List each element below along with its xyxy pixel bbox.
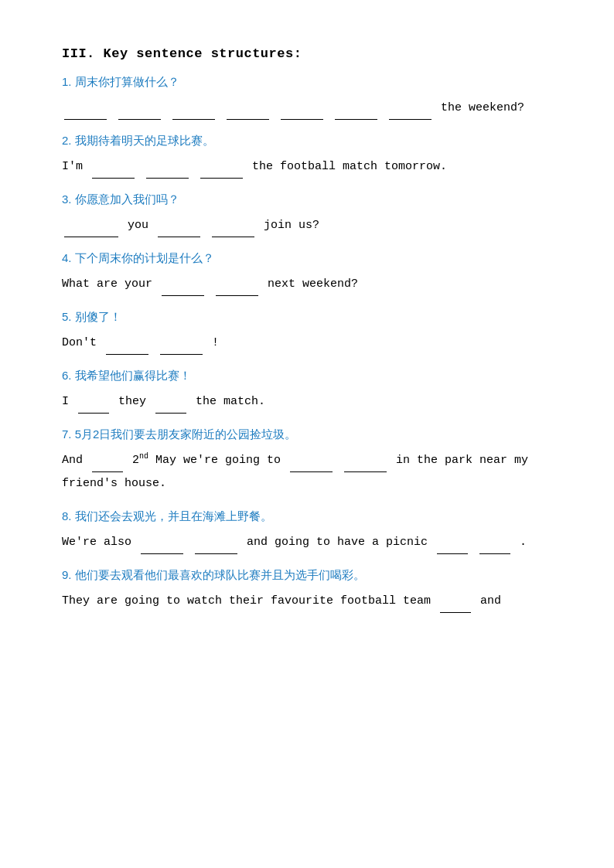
fill-blank	[158, 213, 200, 237]
fill-blank	[290, 448, 333, 472]
question-block-9: 9. 他们要去观看他们最喜欢的球队比赛并且为选手们喝彩。They are goi…	[62, 568, 552, 613]
question-chinese-7: 7. 5月2日我们要去朋友家附近的公园捡垃圾。	[62, 427, 552, 442]
section-title: III. Key sentence structures:	[62, 46, 552, 61]
question-english-9: They are going to watch their favourite …	[62, 589, 552, 613]
question-block-3: 3. 你愿意加入我们吗？ you join us?	[62, 192, 552, 237]
fill-blank	[141, 530, 183, 554]
fill-blank	[64, 96, 107, 120]
question-english-8: We're also and going to have a picnic .	[62, 530, 552, 554]
text-span: And	[62, 454, 90, 467]
text-span: next weekend?	[261, 277, 358, 291]
fill-blank	[195, 530, 237, 554]
fill-blank	[344, 448, 387, 472]
fill-blank	[335, 96, 377, 120]
text-span: and going to have a picnic	[240, 536, 435, 549]
fill-blank	[146, 155, 189, 179]
text-span: I'm	[62, 160, 90, 173]
questions-container: 1. 周末你打算做什么？ the weekend?2. 我期待着明天的足球比赛。…	[62, 75, 552, 613]
text-span: the weekend?	[434, 101, 524, 114]
text-span: you	[121, 219, 155, 232]
fill-blank	[160, 331, 203, 355]
question-english-2: I'm the football match tomorrow.	[62, 155, 552, 179]
question-english-6: I they the match.	[62, 390, 552, 414]
fill-blank	[118, 96, 161, 120]
question-block-8: 8. 我们还会去观光，并且在海滩上野餐。We're also and going…	[62, 509, 552, 554]
fill-blank	[216, 272, 258, 296]
text-span: the match.	[189, 395, 265, 408]
text-span: and	[473, 594, 501, 608]
question-chinese-6: 6. 我希望他们赢得比赛！	[62, 369, 552, 383]
question-chinese-8: 8. 我们还会去观光，并且在海滩上野餐。	[62, 509, 552, 524]
text-span: May we're going to	[148, 454, 288, 467]
fill-blank	[281, 96, 323, 120]
text-span: Don't	[62, 336, 104, 349]
question-block-4: 4. 下个周末你的计划是什么？What are your next weeken…	[62, 251, 552, 296]
fill-blank-short	[155, 390, 186, 414]
question-chinese-1: 1. 周末你打算做什么？	[62, 75, 552, 90]
text-span: they	[111, 395, 153, 408]
fill-blank-short	[437, 530, 468, 554]
text-span: join us?	[257, 219, 319, 232]
text-span: .	[513, 536, 527, 549]
fill-blank-short	[92, 448, 123, 472]
text-span: the football match tomorrow.	[245, 160, 447, 173]
fill-blank-short	[440, 589, 471, 613]
text-span: They are going to watch their favourite …	[62, 594, 438, 608]
text-span: !	[205, 336, 219, 349]
question-chinese-4: 4. 下个周末你的计划是什么？	[62, 251, 552, 266]
question-block-7: 7. 5月2日我们要去朋友家附近的公园捡垃圾。And 2nd May we're…	[62, 427, 552, 495]
text-span: I	[62, 395, 76, 408]
question-chinese-5: 5. 别傻了！	[62, 310, 552, 325]
text-span	[470, 536, 477, 549]
question-block-2: 2. 我期待着明天的足球比赛。I'm the football match to…	[62, 134, 552, 179]
question-chinese-3: 3. 你愿意加入我们吗？	[62, 192, 552, 207]
question-english-7: And 2nd May we're going to in the park n…	[62, 448, 552, 495]
text-span: What are your	[62, 277, 159, 291]
text-span: We're also	[62, 536, 138, 549]
question-english-1: the weekend?	[62, 96, 552, 120]
question-chinese-9: 9. 他们要去观看他们最喜欢的球队比赛并且为选手们喝彩。	[62, 568, 552, 583]
question-chinese-2: 2. 我期待着明天的足球比赛。	[62, 134, 552, 148]
question-english-5: Don't !	[62, 331, 552, 355]
superscript-text: nd	[139, 452, 148, 461]
fill-blank	[200, 155, 243, 179]
question-block-5: 5. 别傻了！Don't !	[62, 310, 552, 355]
question-block-1: 1. 周末你打算做什么？ the weekend?	[62, 75, 552, 120]
fill-blank	[389, 96, 432, 120]
question-block-6: 6. 我希望他们赢得比赛！I they the match.	[62, 369, 552, 414]
fill-blank-short	[78, 390, 109, 414]
fill-blank-short	[479, 530, 510, 554]
question-english-4: What are your next weekend?	[62, 272, 552, 296]
fill-blank	[92, 155, 135, 179]
fill-blank	[172, 96, 215, 120]
fill-blank	[227, 96, 269, 120]
fill-blank-long	[64, 213, 118, 237]
fill-blank	[162, 272, 204, 296]
text-span: 2	[125, 454, 139, 467]
fill-blank	[212, 213, 254, 237]
fill-blank	[106, 331, 148, 355]
question-english-3: you join us?	[62, 213, 552, 237]
